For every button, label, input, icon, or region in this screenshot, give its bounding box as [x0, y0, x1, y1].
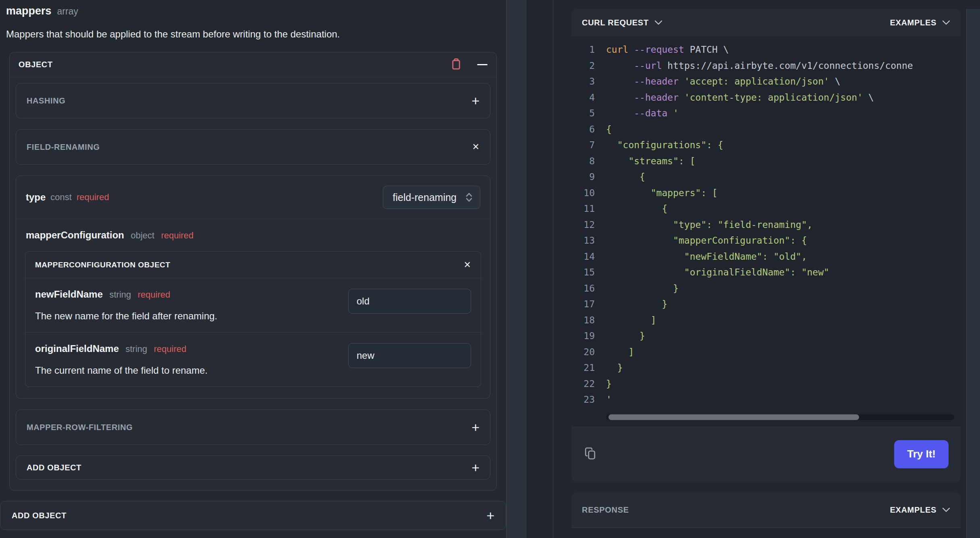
- new-field-name-input[interactable]: [348, 289, 471, 314]
- curl-request-title: CURL REQUEST: [582, 18, 649, 27]
- schema-panel: mappers array Mappers that should be app…: [0, 0, 506, 538]
- code-line: 16 }: [571, 281, 961, 297]
- mapper-configuration-card-header: MAPPERCONFIGURATION OBJECT ✕: [25, 252, 481, 278]
- chevron-up-down-icon: [465, 192, 473, 203]
- add-mapper-row-filtering-icon[interactable]: +: [471, 420, 480, 434]
- trash-icon: [450, 58, 463, 72]
- copy-code-button[interactable]: [583, 446, 598, 462]
- section-hashing[interactable]: HASHING +: [16, 83, 490, 118]
- field-type-badge: array: [57, 6, 78, 17]
- code-line: 22}: [571, 376, 961, 392]
- line-content: --header 'content-type: application/json…: [606, 90, 874, 106]
- remove-field-renaming-icon[interactable]: ✕: [472, 143, 480, 151]
- property-kind: string: [126, 344, 147, 354]
- property-label-row: originalFieldName string required: [35, 343, 336, 354]
- response-title: RESPONSE: [582, 505, 629, 515]
- curl-request-dropdown[interactable]: CURL REQUEST: [582, 18, 662, 27]
- type-property-row: type const required field-renaming: [16, 176, 490, 219]
- line-content: "originalFieldName": "new": [606, 265, 829, 281]
- code-line: 17 }: [571, 296, 961, 312]
- line-content: {: [606, 122, 612, 138]
- curl-request-card: CURL REQUEST EXAMPLES 1curl --request PA…: [571, 9, 961, 482]
- curl-request-footer: Try It!: [571, 426, 961, 482]
- code-lines: 1curl --request PATCH \2 --url https://a…: [571, 42, 961, 408]
- curl-request-header: CURL REQUEST EXAMPLES: [571, 9, 961, 36]
- line-content: --header 'accept: application/json' \: [606, 74, 841, 90]
- add-object-button-outer[interactable]: ADD OBJECT +: [0, 501, 506, 530]
- close-mapper-configuration-icon[interactable]: ✕: [464, 261, 471, 269]
- minus-icon: [477, 64, 488, 65]
- curl-code-block[interactable]: 1curl --request PATCH \2 --url https://a…: [571, 36, 961, 426]
- section-mapper-row-filtering[interactable]: MAPPER-ROW-FILTERING +: [16, 410, 490, 445]
- property-description: The current name of the field to rename.: [35, 365, 336, 376]
- collapse-object-button[interactable]: [477, 64, 488, 65]
- code-line: 15 "originalFieldName": "new": [571, 265, 961, 281]
- line-content: ]: [606, 344, 634, 360]
- line-number: 5: [571, 106, 595, 122]
- line-content: "mapperConfiguration": {: [606, 233, 807, 249]
- code-line: 14 "newFieldName": "old",: [571, 249, 961, 265]
- code-line: 6{: [571, 122, 961, 138]
- property-required-badge: required: [77, 192, 109, 203]
- line-content: {: [606, 169, 645, 185]
- line-number: 4: [571, 90, 595, 106]
- code-line: 23': [571, 392, 961, 408]
- line-number: 12: [571, 217, 595, 233]
- line-content: }: [606, 281, 679, 297]
- field-name: mappers: [6, 5, 52, 17]
- object-card-title: OBJECT: [19, 60, 53, 69]
- original-field-name-row: originalFieldName string required The cu…: [25, 333, 481, 387]
- line-number: 7: [571, 137, 595, 153]
- type-select-value: field-renaming: [393, 192, 457, 203]
- line-number: 1: [571, 42, 595, 58]
- delete-object-button[interactable]: [450, 58, 463, 72]
- request-examples-dropdown[interactable]: EXAMPLES: [890, 18, 950, 27]
- add-object-button-inner[interactable]: ADD OBJECT +: [16, 455, 490, 480]
- object-card-actions: [450, 58, 488, 72]
- code-line: 4 --header 'content-type: application/js…: [571, 90, 961, 106]
- property-required-badge: required: [138, 290, 170, 300]
- line-content: "newFieldName": "old",: [606, 249, 807, 265]
- line-number: 6: [571, 122, 595, 138]
- type-select[interactable]: field-renaming: [383, 186, 480, 209]
- add-object-label: ADD OBJECT: [12, 511, 66, 520]
- section-field-renaming[interactable]: FIELD-RENAMING ✕: [16, 129, 490, 165]
- line-number: 22: [571, 376, 595, 392]
- new-field-name-row: newFieldName string required The new nam…: [25, 278, 481, 332]
- response-header: RESPONSE EXAMPLES: [571, 492, 961, 528]
- code-horizontal-scrollbar-thumb[interactable]: [608, 414, 859, 420]
- line-number: 19: [571, 328, 595, 344]
- field-title-row: mappers array: [6, 5, 506, 17]
- add-object-label: ADD OBJECT: [27, 463, 81, 472]
- property-name: type: [26, 192, 46, 203]
- field-renaming-body: type const required field-renaming: [16, 176, 490, 399]
- code-line: 5 --data ': [571, 106, 961, 122]
- request-examples-label: EXAMPLES: [890, 18, 936, 27]
- code-line: 3 --header 'accept: application/json' \: [571, 74, 961, 90]
- property-description: The new name for the field after renamin…: [35, 310, 336, 322]
- code-line: 18 ]: [571, 312, 961, 329]
- try-it-button[interactable]: Try It!: [894, 440, 949, 468]
- left-panel-scrollbar[interactable]: [506, 0, 526, 538]
- plus-icon: +: [486, 509, 494, 522]
- line-number: 23: [571, 392, 595, 408]
- line-number: 10: [571, 185, 595, 201]
- code-line: 13 "mapperConfiguration": {: [571, 233, 961, 249]
- section-field-renaming-title: FIELD-RENAMING: [27, 143, 100, 152]
- response-examples-dropdown[interactable]: EXAMPLES: [890, 505, 950, 515]
- right-panel-scrollbar[interactable]: [966, 9, 980, 538]
- line-content: "configurations": {: [606, 137, 723, 153]
- property-required-badge: required: [154, 344, 187, 354]
- line-content: "streams": [: [606, 153, 696, 170]
- property-name: mapperConfiguration: [26, 230, 124, 240]
- add-hashing-icon[interactable]: +: [471, 94, 480, 108]
- line-content: curl --request PATCH \: [606, 42, 729, 58]
- chevron-down-icon: [942, 507, 950, 512]
- code-examples-column: CURL REQUEST EXAMPLES 1curl --request PA…: [571, 9, 961, 538]
- code-line: 10 "mappers": [: [571, 185, 961, 201]
- original-field-name-input[interactable]: [348, 343, 471, 368]
- object-card: OBJECT: [9, 52, 497, 490]
- object-card-body: HASHING + FIELD-RENAMING ✕ type const re…: [10, 77, 496, 490]
- code-line: 7 "configurations": {: [571, 137, 961, 153]
- line-number: 9: [571, 169, 595, 185]
